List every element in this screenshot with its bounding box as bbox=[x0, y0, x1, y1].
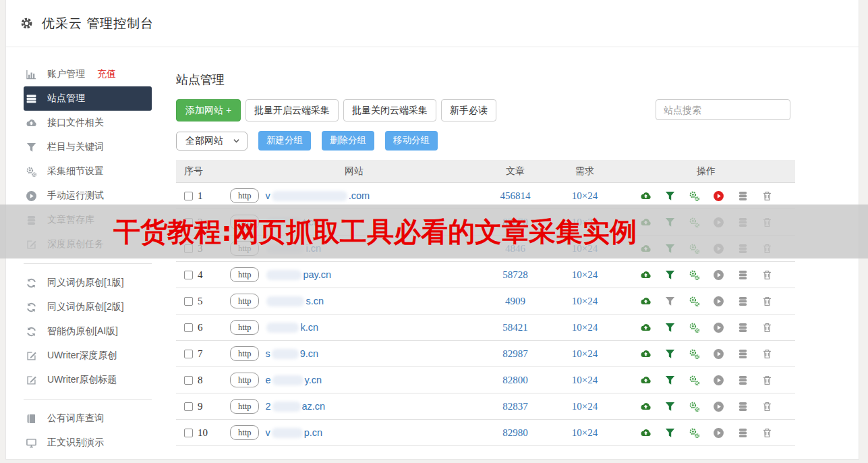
http-protocol-button[interactable]: http bbox=[230, 267, 259, 283]
database-icon[interactable] bbox=[737, 322, 749, 333]
demand-value[interactable]: 10×24 bbox=[572, 427, 598, 438]
trash-icon[interactable] bbox=[761, 190, 773, 202]
row-checkbox[interactable] bbox=[184, 350, 193, 358]
article-count-link[interactable]: 456814 bbox=[500, 190, 531, 201]
delete-group-button[interactable]: 删除分组 bbox=[322, 131, 374, 151]
row-checkbox[interactable] bbox=[184, 429, 193, 437]
trash-icon[interactable] bbox=[761, 243, 773, 254]
gears-icon[interactable] bbox=[689, 243, 700, 254]
http-protocol-button[interactable]: http bbox=[230, 346, 259, 362]
demand-value[interactable]: 10×24 bbox=[572, 269, 598, 280]
gears-icon[interactable] bbox=[689, 375, 700, 386]
trash-icon[interactable] bbox=[761, 217, 773, 228]
filter-icon[interactable] bbox=[664, 427, 676, 439]
sidebar-item-uwriter-title[interactable]: UWriter原创标题 bbox=[24, 368, 152, 392]
trash-icon[interactable] bbox=[761, 322, 773, 333]
sidebar-item-columns-keywords[interactable]: 栏目与关键词 bbox=[24, 135, 152, 159]
article-count-link[interactable]: 82987 bbox=[502, 348, 528, 359]
sidebar-item-manual-test[interactable]: 手动运行测试 bbox=[24, 184, 152, 208]
site-link[interactable]: k.cn bbox=[265, 322, 318, 333]
row-checkbox[interactable] bbox=[184, 218, 193, 227]
play-icon[interactable] bbox=[713, 322, 724, 333]
cloud-upload-icon[interactable] bbox=[640, 243, 652, 254]
trash-icon[interactable] bbox=[761, 427, 773, 439]
demand-value[interactable]: 10×24 bbox=[572, 401, 598, 412]
play-icon[interactable] bbox=[713, 269, 724, 281]
site-link[interactable]: e y.cn bbox=[265, 375, 322, 385]
http-protocol-button[interactable]: http bbox=[230, 215, 259, 230]
gears-icon[interactable] bbox=[689, 348, 700, 360]
recharge-link[interactable]: 充值 bbox=[97, 68, 116, 80]
newbie-guide-button[interactable]: 新手必读 bbox=[441, 99, 496, 121]
database-icon[interactable] bbox=[737, 348, 749, 360]
row-checkbox[interactable] bbox=[184, 297, 193, 306]
row-checkbox[interactable] bbox=[184, 271, 193, 279]
site-link[interactable]: i.cn bbox=[265, 243, 321, 254]
site-link[interactable]: v .com bbox=[265, 190, 370, 201]
filter-icon[interactable] bbox=[664, 269, 676, 281]
gears-icon[interactable] bbox=[689, 190, 700, 202]
database-icon[interactable] bbox=[737, 427, 749, 439]
row-checkbox[interactable] bbox=[184, 192, 193, 200]
play-icon[interactable] bbox=[713, 243, 724, 254]
http-protocol-button[interactable]: http bbox=[230, 425, 259, 441]
cloud-upload-icon[interactable] bbox=[640, 348, 652, 360]
cloud-upload-icon[interactable] bbox=[640, 190, 652, 202]
row-checkbox[interactable] bbox=[184, 402, 193, 411]
play-icon[interactable] bbox=[713, 190, 724, 202]
site-link[interactable]: s.cn bbox=[265, 296, 324, 306]
article-count-link[interactable]: 58421 bbox=[502, 322, 528, 333]
gears-icon[interactable] bbox=[689, 427, 700, 439]
article-count-link[interactable]: 82800 bbox=[502, 375, 528, 385]
demand-value[interactable]: 10×24 bbox=[572, 322, 598, 333]
database-icon[interactable] bbox=[737, 190, 749, 202]
sidebar-item-text-recognition[interactable]: 正文识别演示 bbox=[24, 431, 152, 455]
play-icon[interactable] bbox=[713, 401, 724, 412]
sidebar-item-synonym-rewrite-1[interactable]: 同义词伪原创[1版] bbox=[24, 271, 152, 295]
filter-icon[interactable] bbox=[664, 243, 676, 254]
http-protocol-button[interactable]: http bbox=[230, 320, 259, 335]
filter-icon[interactable] bbox=[664, 322, 676, 333]
database-icon[interactable] bbox=[737, 375, 749, 386]
row-checkbox[interactable] bbox=[184, 244, 193, 253]
gears-icon[interactable] bbox=[689, 296, 700, 307]
demand-value[interactable]: 10×24 bbox=[572, 296, 598, 306]
site-link[interactable]: 2 az.cn bbox=[265, 401, 325, 412]
sidebar-item-public-lexicon[interactable]: 公有词库查询 bbox=[24, 406, 152, 431]
group-filter-select[interactable]: 全部网站 bbox=[176, 132, 248, 151]
filter-icon[interactable] bbox=[664, 217, 676, 228]
article-count-link[interactable]: 4846 bbox=[505, 243, 525, 254]
sidebar-item-article-cache[interactable]: 文章暂存库 bbox=[24, 208, 152, 232]
http-protocol-button[interactable]: http bbox=[230, 241, 259, 256]
sidebar-item-synonym-rewrite-2[interactable]: 同义词伪原创[2版] bbox=[24, 295, 152, 319]
add-site-button[interactable]: 添加网站 + bbox=[176, 99, 241, 121]
demand-value[interactable]: 10×24 bbox=[572, 217, 598, 227]
http-protocol-button[interactable]: http bbox=[230, 373, 259, 388]
trash-icon[interactable] bbox=[761, 375, 773, 386]
sidebar-item-deep-original-task[interactable]: 深度原创任务 bbox=[24, 232, 152, 256]
play-icon[interactable] bbox=[713, 296, 724, 307]
play-icon[interactable] bbox=[713, 348, 724, 360]
trash-icon[interactable] bbox=[761, 348, 773, 360]
gears-icon[interactable] bbox=[689, 401, 700, 412]
new-group-button[interactable]: 新建分组 bbox=[258, 131, 311, 151]
filter-icon[interactable] bbox=[664, 401, 676, 412]
filter-icon[interactable] bbox=[664, 348, 676, 360]
filter-icon[interactable] bbox=[664, 296, 676, 307]
cloud-upload-icon[interactable] bbox=[640, 375, 652, 386]
http-protocol-button[interactable]: http bbox=[230, 294, 259, 309]
trash-icon[interactable] bbox=[761, 296, 773, 307]
http-protocol-button[interactable]: http bbox=[230, 399, 259, 414]
row-checkbox[interactable] bbox=[184, 323, 193, 332]
sidebar-item-interface-files[interactable]: 接口文件相关 bbox=[24, 111, 152, 135]
gears-icon[interactable] bbox=[689, 269, 700, 281]
cloud-upload-icon[interactable] bbox=[640, 322, 652, 333]
filter-icon[interactable] bbox=[664, 375, 676, 386]
site-link[interactable]: v p.cn bbox=[265, 427, 322, 438]
site-link[interactable]: t.cn bbox=[265, 217, 318, 227]
trash-icon[interactable] bbox=[761, 401, 773, 412]
article-count-link[interactable]: 83870 bbox=[502, 217, 528, 227]
sidebar-item-collect-settings[interactable]: 采集细节设置 bbox=[24, 159, 152, 184]
row-checkbox[interactable] bbox=[184, 376, 193, 385]
database-icon[interactable] bbox=[737, 269, 749, 281]
